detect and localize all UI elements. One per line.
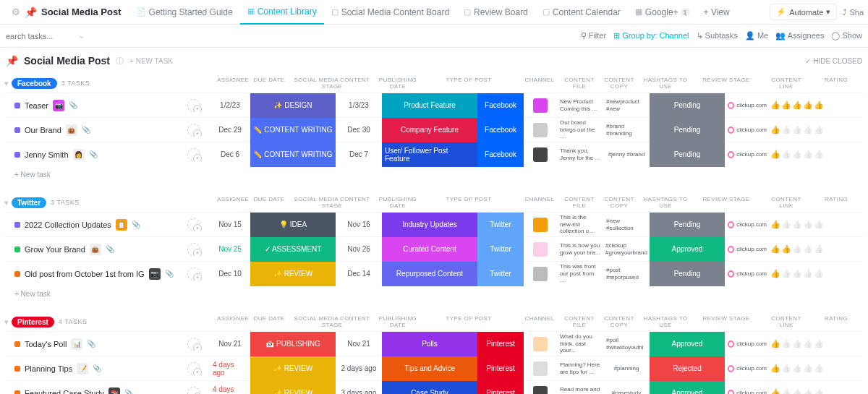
link-cell[interactable]: clickup.com <box>725 341 770 348</box>
groupby-button[interactable]: ⊞ Group by: Channel <box>613 31 689 40</box>
col-header[interactable]: TYPE OF POST <box>421 77 516 90</box>
thumb-icon[interactable]: 👍 <box>781 220 791 229</box>
task-title-cell[interactable]: Old post from October 1st from IG 📷 📎 <box>4 268 178 280</box>
due-date-cell[interactable]: Dec 29 <box>210 126 250 134</box>
view-tab-social-media-content-board[interactable]: ▢Social Media Content Board <box>324 0 456 25</box>
share-button[interactable]: ⤴ Sha <box>843 8 864 17</box>
col-header[interactable]: PUBLISHING DATE <box>375 196 421 209</box>
hashtag-cell[interactable]: #newproduct #new <box>603 98 650 112</box>
add-assignee-icon[interactable] <box>187 387 200 395</box>
type-cell[interactable]: User/ Follower Post Feature <box>382 142 477 167</box>
thumb-icon[interactable]: 👍 <box>781 388 791 394</box>
thumb-icon[interactable]: 👍 <box>781 100 791 110</box>
col-header[interactable]: SOCIAL MEDIA CONTENT STAGE <box>289 77 375 90</box>
settings-icon[interactable]: ⚙ <box>12 7 20 17</box>
hashtag-cell[interactable]: #post #reporpused <box>603 267 650 280</box>
file-cell[interactable] <box>524 267 557 281</box>
channel-cell[interactable]: Twitter <box>477 237 524 262</box>
collapse-icon[interactable]: ▾ <box>4 198 9 207</box>
task-row[interactable]: Today's Poll 📊 📎 Nov 21 📅 PUBLISHING Nov… <box>4 331 864 356</box>
file-thumb[interactable] <box>533 147 548 162</box>
col-header[interactable]: REVIEW STAGE <box>689 315 764 328</box>
new-task-row[interactable]: + New task <box>4 286 864 302</box>
view-tab-content-calendar[interactable]: ▢Content Calendar <box>535 0 628 25</box>
link-cell[interactable]: clickup.com <box>725 221 770 228</box>
col-header[interactable]: CHANNEL <box>516 77 563 90</box>
col-header[interactable]: TYPE OF POST <box>421 315 516 328</box>
task-row[interactable]: Old post from October 1st from IG 📷 📎 De… <box>4 261 864 286</box>
view-tab-content-library[interactable]: ▦Content Library <box>240 0 324 25</box>
add-assignee-icon[interactable] <box>187 124 200 137</box>
assignee-cell[interactable] <box>178 387 210 395</box>
thumb-icon[interactable]: 👍 <box>803 100 813 110</box>
attachment-icon[interactable]: 📎 <box>124 389 133 394</box>
stage-cell[interactable]: ✨ REVIEW <box>250 356 336 381</box>
channel-cell[interactable]: Twitter <box>477 262 524 286</box>
task-title-cell[interactable]: Grow Your Brand 👜 📎 <box>4 244 178 255</box>
file-cell[interactable] <box>524 123 557 137</box>
due-date-cell[interactable]: 4 days ago <box>210 385 250 395</box>
review-cell[interactable]: Pending <box>650 262 725 286</box>
col-header[interactable]: PUBLISHING DATE <box>375 77 421 90</box>
status-bullet[interactable] <box>14 127 20 133</box>
task-row[interactable]: Our Brand 👜 📎 Dec 29 ✏️ CONTENT WRITING … <box>4 117 864 142</box>
file-thumb[interactable] <box>533 242 548 257</box>
thumb-icon[interactable]: 👍 <box>803 220 813 229</box>
col-header[interactable]: ASSIGNEE <box>217 77 249 90</box>
col-header[interactable]: TYPE OF POST <box>421 196 516 209</box>
thumb-icon[interactable]: 👍 <box>803 269 813 278</box>
stage-cell[interactable]: ✏️ CONTENT WRITING <box>250 142 336 167</box>
thumb-icon[interactable]: 👍 <box>814 339 824 348</box>
publish-date-cell[interactable]: 2 days ago <box>336 364 382 372</box>
rating-cell[interactable]: 👍👍👍👍👍 <box>770 220 825 229</box>
col-header[interactable]: HASHTAGS TO USE <box>642 315 689 328</box>
col-header[interactable]: CHANNEL <box>516 315 563 328</box>
thumb-icon[interactable]: 👍 <box>814 220 824 229</box>
thumb-icon[interactable]: 👍 <box>792 220 802 229</box>
col-header[interactable]: ASSIGNEE <box>217 315 249 328</box>
thumb-icon[interactable]: 👍 <box>792 244 802 254</box>
task-title-cell[interactable]: Jenny Smith 👩 📎 <box>4 149 178 160</box>
automate-button[interactable]: ⚡Automate▾ <box>770 4 837 20</box>
col-header[interactable]: CONTENT COPY <box>596 315 642 328</box>
status-bullet[interactable] <box>14 103 20 108</box>
link-cell[interactable]: clickup.com <box>725 102 770 109</box>
due-date-cell[interactable]: Nov 15 <box>210 220 250 228</box>
stage-cell[interactable]: 💡 IDEA <box>250 213 336 237</box>
group-chip[interactable]: Facebook <box>12 78 57 89</box>
assignee-cell[interactable] <box>178 243 210 256</box>
publish-date-cell[interactable]: 1/3/23 <box>336 101 382 109</box>
publish-date-cell[interactable]: Dec 14 <box>336 270 382 278</box>
stage-cell[interactable]: ✓ ASSESSMENT <box>250 237 336 262</box>
thumb-icon[interactable]: 👍 <box>770 364 780 373</box>
stage-cell[interactable]: 📅 PUBLISHING <box>250 332 336 356</box>
thumb-icon[interactable]: 👍 <box>781 269 791 278</box>
copy-cell[interactable]: Read more and learn more <box>557 386 603 394</box>
link-cell[interactable]: clickup.com <box>725 270 770 278</box>
attachment-icon[interactable]: 📎 <box>106 245 114 253</box>
task-title-cell[interactable]: Our Brand 👜 📎 <box>4 124 178 136</box>
type-cell[interactable]: Repurposed Content <box>382 262 477 286</box>
col-header[interactable]: CONTENT LINK <box>764 315 809 328</box>
col-header[interactable]: CONTENT FILE <box>563 315 596 328</box>
rating-cell[interactable]: 👍👍👍👍👍 <box>770 364 825 373</box>
group-chip[interactable]: Twitter <box>12 197 46 208</box>
col-header[interactable]: DUE DATE <box>249 196 289 209</box>
thumb-icon[interactable]: 👍 <box>770 388 780 394</box>
status-bullet[interactable] <box>14 390 20 395</box>
link-cell[interactable]: clickup.com <box>725 390 770 395</box>
due-date-cell[interactable]: Nov 21 <box>210 340 250 348</box>
channel-cell[interactable]: Pinterest <box>477 356 524 381</box>
due-date-cell[interactable]: Nov 25 <box>210 245 250 253</box>
copy-cell[interactable]: Thank you, Jenny for the ... <box>557 147 603 161</box>
channel-cell[interactable]: Facebook <box>477 142 524 167</box>
col-header[interactable]: SOCIAL MEDIA CONTENT STAGE <box>289 196 375 209</box>
review-cell[interactable]: Pending <box>650 93 725 118</box>
col-header[interactable]: SOCIAL MEDIA CONTENT STAGE <box>289 315 375 328</box>
type-cell[interactable]: Polls <box>382 332 477 356</box>
link-cell[interactable]: clickup.com <box>725 151 770 158</box>
rating-cell[interactable]: 👍👍👍👍👍 <box>770 150 825 159</box>
thumb-icon[interactable]: 👍 <box>781 244 791 254</box>
task-row[interactable]: Jenny Smith 👩 📎 Dec 6 ✏️ CONTENT WRITING… <box>4 142 864 166</box>
thumb-icon[interactable]: 👍 <box>792 125 802 134</box>
